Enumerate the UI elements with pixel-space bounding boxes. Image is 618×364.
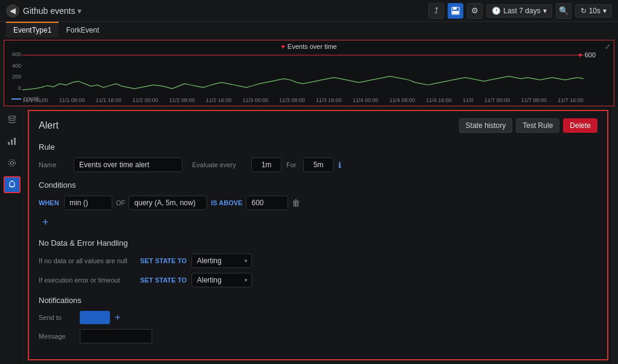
- no-data-row-1: If no data or all values are null SET ST…: [39, 254, 597, 268]
- rule-section-title: Rule: [39, 142, 597, 152]
- tab-eventtype1[interactable]: EventType1: [6, 22, 59, 37]
- alert-title: Alert: [39, 120, 59, 131]
- add-notification-button[interactable]: +: [115, 312, 120, 323]
- name-label: Name: [39, 161, 69, 168]
- svg-point-10: [11, 180, 13, 182]
- sidebar-icon-alert[interactable]: [4, 176, 21, 193]
- conditions-section-title: Conditions: [39, 180, 597, 190]
- chart-heart-icon: ♥: [281, 43, 285, 50]
- settings-button[interactable]: ⚙: [467, 3, 483, 19]
- name-input[interactable]: [74, 158, 182, 172]
- set-state-label-1: SET STATE TO: [140, 257, 187, 264]
- interval-label: 10s: [589, 7, 600, 15]
- chart-x-axis: 11/1 00:00 11/1 08:00 11/1 16:00 11/2 00…: [22, 97, 584, 103]
- refresh-button[interactable]: ↻ 10s ▾: [575, 4, 612, 18]
- state-select-wrapper-2: Alerting No Data Keep State OK: [192, 273, 252, 287]
- notifications-section-title: Notifications: [39, 296, 597, 305]
- refresh-icon: ↻: [581, 7, 587, 15]
- notif-tag: [80, 311, 110, 324]
- gear-icon: [7, 158, 17, 168]
- svg-rect-1: [453, 7, 457, 10]
- chart-icon: [7, 136, 17, 146]
- top-bar-left: ◀ Github events ▾: [6, 4, 82, 18]
- chart-expand-icon[interactable]: ⤢: [605, 43, 610, 51]
- send-to-label: Send to: [39, 314, 75, 321]
- is-above-label: IS ABOVE: [211, 199, 242, 206]
- bell-icon: [7, 180, 17, 190]
- evaluate-label: Evaluate every: [192, 161, 246, 168]
- for-input[interactable]: [303, 158, 333, 172]
- svg-point-9: [8, 160, 15, 167]
- chart-value: 600: [585, 51, 596, 59]
- test-rule-button[interactable]: Test Rule: [516, 118, 559, 133]
- conditions-section: Conditions WHEN min () OF query (A, 5m, …: [39, 180, 597, 230]
- right-scrollbar[interactable]: [612, 106, 618, 364]
- interval-arrow: ▾: [603, 7, 607, 15]
- save-button[interactable]: [448, 3, 463, 19]
- when-label: WHEN: [39, 199, 60, 206]
- svg-point-8: [10, 162, 13, 165]
- sidebar-icon-settings[interactable]: [4, 155, 21, 171]
- chart-container: ♥ Events over time ⤢ ♥ 600 600 400 200 0…: [4, 40, 614, 106]
- search-button[interactable]: 🔍: [556, 3, 571, 19]
- no-data-label-1: If no data or all values are null: [39, 257, 135, 264]
- query-select[interactable]: query (A, 5m, now): [129, 196, 207, 210]
- no-data-label-2: If execution error or timeout: [39, 276, 135, 284]
- state-select-2[interactable]: Alerting No Data Keep State OK: [192, 273, 252, 287]
- chart-svg: [22, 51, 584, 94]
- time-range-button[interactable]: 🕐 Last 7 days ▾: [486, 4, 552, 18]
- svg-point-4: [8, 116, 16, 118]
- clock-icon: 🕐: [492, 7, 501, 15]
- alert-panel: Alert State history Test Rule Delete Rul…: [28, 110, 608, 360]
- rule-section: Rule Name Evaluate every For ℹ: [39, 142, 597, 172]
- delete-condition-button[interactable]: 🗑: [292, 198, 300, 208]
- sidebar-icon-chart[interactable]: [4, 133, 21, 150]
- chart-title: ♥ Events over time: [281, 43, 336, 50]
- threshold-input[interactable]: [246, 196, 288, 210]
- top-bar-right: ⤴ ⚙ 🕐 Last 7 days ▾ 🔍 ↻ 10s ▾: [428, 3, 612, 19]
- set-state-label-2: SET STATE TO: [140, 276, 187, 284]
- share-button[interactable]: ⤴: [428, 3, 444, 19]
- chart-legend: count_: [11, 95, 42, 102]
- time-range-label: Last 7 days: [503, 7, 540, 15]
- legend-line: [11, 98, 21, 100]
- svg-rect-7: [14, 138, 16, 145]
- send-to-row: Send to +: [39, 311, 597, 324]
- dashboard-title-text: Github events: [23, 6, 75, 16]
- rule-row: Name Evaluate every For ℹ: [39, 158, 597, 172]
- for-label: For: [286, 161, 298, 168]
- info-icon[interactable]: ℹ: [338, 161, 341, 170]
- condition-row: WHEN min () OF query (A, 5m, now) IS ABO…: [39, 196, 597, 210]
- notifications-section: Notifications Send to + Message: [39, 296, 597, 343]
- main-content: Alert State history Test Rule Delete Rul…: [0, 106, 618, 364]
- back-button[interactable]: ◀: [6, 4, 19, 18]
- state-select-1[interactable]: Alerting No Data Keep State OK: [192, 254, 252, 268]
- tab-forkevent[interactable]: ForkEvent: [59, 22, 106, 37]
- function-select[interactable]: min (): [64, 196, 112, 210]
- chart-y-axis: 600 400 200 0: [4, 51, 22, 91]
- svg-rect-5: [8, 142, 10, 145]
- title-dropdown-icon[interactable]: ▾: [77, 6, 82, 16]
- no-data-section: No Data & Error Handling If no data or a…: [39, 238, 597, 287]
- delete-button[interactable]: Delete: [563, 118, 597, 133]
- state-history-button[interactable]: State history: [459, 118, 513, 133]
- sidebar-icon-layers[interactable]: [4, 111, 21, 128]
- no-data-row-2: If execution error or timeout SET STATE …: [39, 273, 597, 287]
- sidebar: [0, 106, 24, 364]
- add-condition-button[interactable]: +: [39, 215, 53, 230]
- message-input[interactable]: [80, 329, 152, 343]
- no-data-section-title: No Data & Error Handling: [39, 238, 597, 247]
- tabs-bar: EventType1 ForkEvent: [0, 22, 618, 37]
- svg-rect-2: [452, 11, 459, 14]
- add-condition-row: +: [39, 215, 597, 230]
- svg-rect-6: [11, 139, 13, 145]
- alert-buttons: State history Test Rule Delete: [459, 118, 597, 133]
- dashboard-title: Github events ▾: [23, 6, 82, 16]
- message-label: Message: [39, 333, 75, 340]
- top-bar: ◀ Github events ▾ ⤴ ⚙ 🕐 Last 7 days ▾ 🔍 …: [0, 0, 618, 22]
- evaluate-input[interactable]: [251, 158, 282, 172]
- of-label: OF: [116, 199, 125, 206]
- save-icon: [451, 7, 460, 15]
- time-range-arrow: ▾: [543, 7, 547, 15]
- state-select-wrapper-1: Alerting No Data Keep State OK: [192, 254, 252, 268]
